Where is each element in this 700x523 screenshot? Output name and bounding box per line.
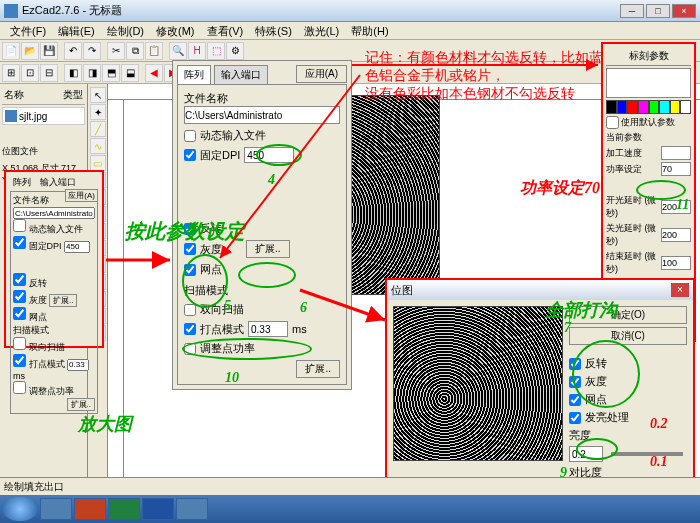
maximize-button[interactable]: □: [646, 4, 670, 18]
menu-help[interactable]: 帮助(H): [345, 22, 394, 39]
align3-icon[interactable]: ⬒: [102, 64, 120, 82]
task-explorer[interactable]: [40, 498, 72, 520]
status-left: 绘制填充出口: [4, 481, 64, 492]
exp2-s[interactable]: 扩展..: [67, 398, 95, 411]
anno-10: 10: [225, 370, 239, 386]
redo-icon[interactable]: ↷: [83, 42, 101, 60]
task-excel[interactable]: [108, 498, 140, 520]
exp-s[interactable]: 扩展..: [49, 294, 77, 307]
align4-icon[interactable]: ⬓: [121, 64, 139, 82]
node-icon[interactable]: ✦: [90, 104, 106, 120]
expand2-button[interactable]: 扩展..: [296, 360, 340, 378]
window-titlebar: EzCad2.7.6 - 无标题 ─ □ ×: [0, 0, 700, 22]
undo-icon[interactable]: ↶: [64, 42, 82, 60]
usedef-check[interactable]: [606, 116, 619, 129]
dotm-s[interactable]: [13, 354, 26, 367]
current-label: 当前参数: [606, 131, 691, 144]
anno-4: 4: [268, 172, 275, 188]
rect-icon[interactable]: ▭: [90, 155, 106, 171]
anno-line2: 色铝合金手机或铭片，: [365, 66, 685, 84]
align1-icon[interactable]: ◧: [64, 64, 82, 82]
bitmap-icon: [5, 110, 17, 122]
list-item[interactable]: sjlt.jpg: [2, 107, 85, 125]
expand-button[interactable]: 扩展..: [246, 240, 290, 258]
apply-s[interactable]: 应用(A): [65, 189, 98, 202]
task-word[interactable]: [142, 498, 174, 520]
tab-port-s[interactable]: 输入端口: [37, 176, 79, 188]
dyn-s[interactable]: [13, 219, 26, 232]
snap1-icon[interactable]: ⊞: [2, 64, 20, 82]
start-button[interactable]: [2, 497, 38, 521]
anno-02: 0.2: [650, 416, 668, 432]
bidir-s[interactable]: [13, 337, 26, 350]
menu-view[interactable]: 查看(V): [201, 22, 250, 39]
snap2-icon[interactable]: ⊡: [21, 64, 39, 82]
dpi-s[interactable]: [64, 241, 90, 253]
task-ppt[interactable]: [74, 498, 106, 520]
inv-s[interactable]: [13, 273, 26, 286]
tab-array[interactable]: 阵列: [177, 65, 211, 84]
tab-input-port[interactable]: 输入端口: [214, 65, 268, 84]
curve-icon[interactable]: ∿: [90, 138, 106, 154]
menu-file[interactable]: 文件(F): [4, 22, 52, 39]
gray-s[interactable]: [13, 290, 26, 303]
anno-param: 按此参数设定: [125, 218, 245, 245]
status-bar: 绘制填充出口: [0, 477, 700, 495]
cut-icon[interactable]: ✂: [107, 42, 125, 60]
pointer-icon[interactable]: ↖: [90, 87, 106, 103]
filename-input[interactable]: [184, 106, 340, 124]
tool2-icon[interactable]: ⬚: [207, 42, 225, 60]
dialog-close-icon[interactable]: ×: [671, 283, 689, 297]
enddelay-label: 结束延时 (微秒): [606, 250, 659, 276]
minimize-button[interactable]: ─: [620, 4, 644, 18]
speed-input[interactable]: [661, 146, 691, 160]
power-input[interactable]: [661, 162, 691, 176]
menu-bar: 文件(F) 编辑(E) 绘制(D) 修改(M) 查看(V) 特殊(S) 激光(L…: [0, 22, 700, 40]
anno-6: 6: [300, 300, 307, 316]
ms-label: ms: [292, 323, 307, 335]
laseroff-input[interactable]: [661, 228, 691, 242]
fn-input-s[interactable]: [13, 207, 95, 219]
menu-special[interactable]: 特殊(S): [249, 22, 298, 39]
tool3-icon[interactable]: ⚙: [226, 42, 244, 60]
bright-slider[interactable]: [611, 452, 683, 456]
snap3-icon[interactable]: ⊟: [40, 64, 58, 82]
adjp-s[interactable]: [13, 381, 26, 394]
dynamic-input-check[interactable]: [184, 130, 196, 142]
menu-modify[interactable]: 修改(M): [150, 22, 201, 39]
item-name: sjlt.jpg: [19, 111, 47, 122]
dottime-input[interactable]: [248, 321, 288, 337]
dotmode-check[interactable]: [184, 323, 196, 335]
new-icon[interactable]: 📄: [2, 42, 20, 60]
close-button[interactable]: ×: [672, 4, 696, 18]
apply-button[interactable]: 应用(A): [296, 65, 347, 83]
menu-draw[interactable]: 绘制(D): [101, 22, 150, 39]
fixdpi-s[interactable]: [13, 236, 26, 249]
tab-array-s[interactable]: 阵列: [10, 176, 34, 188]
save-icon[interactable]: 💾: [40, 42, 58, 60]
paste-icon[interactable]: 📋: [145, 42, 163, 60]
menu-edit[interactable]: 编辑(E): [52, 22, 101, 39]
laseroff-label: 关光延时 (微秒): [606, 222, 659, 248]
line-icon[interactable]: ╱: [90, 121, 106, 137]
cancel-button[interactable]: 取消(C): [569, 327, 687, 345]
dott-s[interactable]: [67, 359, 89, 371]
fixdpi-check[interactable]: [184, 149, 196, 161]
power-label: 功率设定: [606, 163, 659, 176]
enddelay-input[interactable]: [661, 256, 691, 270]
task-ezcad[interactable]: [176, 498, 208, 520]
align2-icon[interactable]: ◨: [83, 64, 101, 82]
arrow-left-icon[interactable]: ◀: [145, 64, 163, 82]
copy-icon[interactable]: ⧉: [126, 42, 144, 60]
dot-s[interactable]: [13, 307, 26, 320]
bitmap-dialog-preview: [393, 306, 563, 461]
open-icon[interactable]: 📂: [21, 42, 39, 60]
section-label: 位图文件: [2, 145, 85, 158]
filename-label: 文件名称: [184, 91, 340, 106]
anno-7: 7: [564, 320, 571, 336]
annotation-note: 记住：有颜色材料才勾选反转，比如蓝 色铝合金手机或铭片， 没有色彩比如本色钢材不…: [365, 48, 685, 103]
zoom-icon[interactable]: 🔍: [169, 42, 187, 60]
pop-bright-check[interactable]: [569, 412, 581, 424]
menu-laser[interactable]: 激光(L): [298, 22, 345, 39]
tool-icon[interactable]: H: [188, 42, 206, 60]
